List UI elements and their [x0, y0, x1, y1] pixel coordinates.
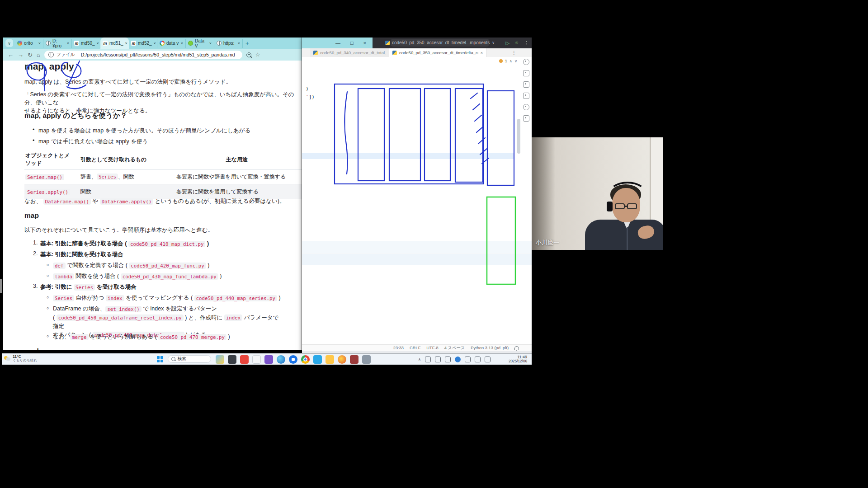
minimize-button[interactable]: — [335, 40, 340, 46]
home-button[interactable]: ⌂ [37, 52, 40, 58]
more-actions-icon[interactable]: ⋮ [524, 40, 529, 46]
python-file-icon [392, 51, 397, 55]
problems-badge-widget[interactable]: 1 ∧ ∨ [499, 58, 517, 64]
history-icon[interactable] [523, 104, 529, 110]
editor-tab-340[interactable]: code50_pd_340_accesor_dt_total_seconds.p… [310, 48, 389, 57]
display-icon[interactable] [465, 357, 471, 362]
vscode-title-text: code50_pd_350_accesor_dt_timedel...mpone… [392, 40, 490, 45]
taskbar-app-blue-circle[interactable] [289, 355, 297, 364]
tab-close-icon[interactable]: × [154, 41, 156, 46]
taskbar-app-vscode[interactable] [313, 355, 322, 364]
graph-icon[interactable] [523, 81, 529, 88]
maximize-button[interactable]: □ [350, 40, 354, 46]
taskbar-app-darkred[interactable] [350, 355, 359, 364]
screen-share-stage: ∨ orito × D:¥pro × m md50_ × m md51_ × [0, 0, 868, 488]
doc-paragraph: map, apply は、Series の要素すべてに対して一定の法則で変換を行… [24, 78, 231, 86]
browser-tab-dpro[interactable]: D:¥pro × [43, 39, 72, 48]
debug-icon[interactable]: ⌾ [515, 40, 518, 46]
taskbar-app-red[interactable] [240, 355, 249, 364]
tray-chevron-icon[interactable]: ∧ [418, 357, 421, 361]
taskbar-app-firefox[interactable] [338, 355, 346, 364]
taskbar-app-notes[interactable] [252, 355, 261, 364]
taskbar-app-chrome[interactable] [301, 355, 310, 364]
interpreter-indicator[interactable]: Python 3.13 (pd_plt) [471, 346, 509, 350]
bookmark-star-icon[interactable]: ☆ [255, 52, 260, 58]
editor-scrollbar-thumb[interactable] [517, 119, 520, 154]
tab-label: md51_ [109, 41, 123, 46]
volume-icon[interactable] [475, 357, 481, 362]
search-label: 検索 [178, 356, 186, 362]
tab-search-chevron-icon[interactable]: ∨ [5, 39, 13, 47]
browser-tab-strip: ∨ orito × D:¥pro × m md50_ × m md51_ × [3, 38, 302, 49]
tab-close-icon[interactable]: × [181, 41, 183, 46]
back-button[interactable]: ← [8, 52, 14, 58]
battery-icon[interactable] [485, 357, 491, 362]
browser-tab-data[interactable]: data v × [157, 39, 186, 48]
headset-band [609, 182, 646, 204]
browser-tab-https[interactable]: https: × [214, 39, 243, 48]
forward-button[interactable]: → [18, 52, 24, 58]
window-seam-shadow [301, 38, 302, 350]
encoding-indicator[interactable]: UTF-8 [426, 346, 438, 350]
zoom-page-icon[interactable] [246, 52, 251, 57]
tab-close-icon[interactable]: × [238, 41, 240, 46]
cursor-position[interactable]: 23:33 [393, 346, 404, 350]
page-info-icon[interactable] [48, 52, 54, 57]
mic-icon[interactable] [435, 357, 441, 362]
markdown-document: map, apply map, apply は、Series の要素すべてに対し… [3, 61, 302, 350]
vscode-editor[interactable]: ) ']) 1 ∧ ∨ [302, 57, 532, 344]
browser-tab-md50[interactable]: m md50_ × [72, 39, 100, 48]
browser-tab-md51-active[interactable]: m md51_ × [100, 38, 129, 49]
tab-close-icon[interactable]: × [481, 51, 483, 55]
run-button[interactable]: ▷ [506, 40, 509, 46]
weather-widget[interactable]: 11°C くもりのち晴れ [4, 355, 37, 362]
indent-indicator[interactable]: 4 スペース [444, 345, 465, 351]
taskbar-clock[interactable]: 11:49 2025/12/06 [509, 355, 527, 364]
editor-tab-350-active[interactable]: code50_pd_350_accesor_dt_timedelta_compo… [389, 48, 486, 57]
close-button[interactable]: × [363, 40, 366, 46]
tab-close-icon[interactable]: × [209, 41, 212, 46]
browser-tab-md52[interactable]: m md52_ × [129, 39, 157, 48]
taskbar-app-purple[interactable] [264, 355, 273, 364]
code-span: Series.apply() [25, 189, 70, 195]
doc-list-subitem: lambda 関数を使う場合 ( code50_pd_430_map_func_… [53, 272, 222, 281]
shield-icon[interactable] [445, 357, 451, 362]
vscode-command-center[interactable]: code50_pd_350_accesor_dt_timedel...mpone… [391, 39, 489, 47]
new-tab-button[interactable]: + [245, 40, 249, 47]
start-button[interactable] [157, 356, 163, 362]
code-fragment: ']) [306, 94, 315, 100]
browser-tab-orito[interactable]: orito × [15, 39, 43, 48]
taskbar-app-gray[interactable] [362, 355, 371, 364]
chevron-down-icon[interactable]: ∨ [514, 59, 517, 63]
bullet-icon: • [33, 127, 34, 133]
tab-close-icon[interactable]: × [67, 41, 69, 46]
chevron-up-icon[interactable]: ∧ [509, 59, 512, 63]
tab-close-icon[interactable]: × [97, 41, 99, 46]
doc-note: なお、 DataFrame.map() や DataFrame.apply() … [24, 197, 285, 206]
book-icon[interactable] [523, 70, 529, 76]
bell-icon[interactable] [523, 59, 529, 65]
browser-tab-datav[interactable]: Data V × [186, 39, 214, 48]
tab-close-icon[interactable]: × [125, 41, 127, 46]
taskbar-app-edge[interactable] [277, 355, 285, 364]
google-favicon [160, 41, 165, 46]
eol-indicator[interactable]: CRLF [410, 346, 420, 350]
markdown-favicon: m [131, 41, 136, 46]
taskbar-app-terminal[interactable] [228, 355, 236, 364]
tab-close-icon[interactable]: × [38, 41, 41, 46]
doc-bullet-item: map を使える場合は map を使った方が良い。そのほうが簡単/シンプルにしあ… [38, 127, 250, 135]
taskbar-app-widgets[interactable] [216, 355, 224, 364]
tab-bar-more-icon[interactable]: ⋮ [512, 50, 516, 55]
taskbar-search[interactable]: 検索 [168, 355, 211, 363]
clock-date: 2025/12/06 [509, 359, 527, 363]
notifications-bell-icon[interactable] [514, 346, 519, 350]
variables-icon[interactable] [523, 115, 529, 122]
taskbar-app-explorer[interactable] [326, 355, 334, 364]
bluetooth-icon[interactable] [455, 357, 461, 362]
tab-label: orito [24, 41, 33, 46]
network-icon[interactable] [425, 357, 431, 362]
vscode-window: code50_pd_350_accesor_dt_timedel...mpone… [302, 38, 532, 353]
url-field[interactable]: ファイル D:/projects/lessons/pd_plt/lessons/… [44, 51, 242, 59]
grid-icon[interactable] [523, 93, 529, 99]
reload-button[interactable]: ↻ [28, 52, 33, 58]
